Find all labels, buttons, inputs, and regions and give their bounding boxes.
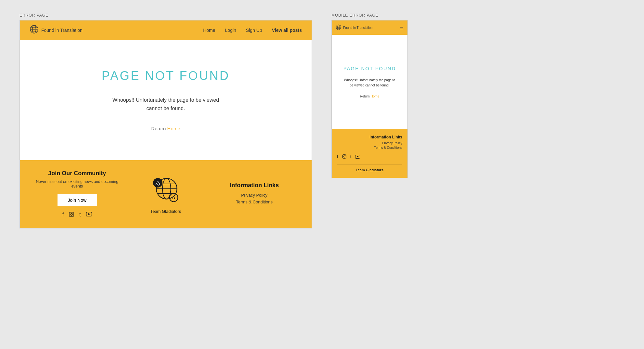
youtube-icon[interactable] bbox=[86, 212, 92, 218]
svg-text:A: A bbox=[172, 195, 175, 200]
facebook-icon[interactable]: f bbox=[62, 212, 64, 218]
information-links-title: Information Links bbox=[210, 182, 299, 189]
desktop-logo-area: Found in Translation bbox=[30, 25, 83, 36]
error-page-title: PAGE NOT FOUND bbox=[102, 69, 230, 83]
error-subtitle-text: Whoops!! Unfortunately the page to be vi… bbox=[107, 96, 224, 112]
svg-point-6 bbox=[71, 213, 72, 215]
return-home-text: Return Home bbox=[151, 126, 180, 131]
mobile-information-links-title: Information Links bbox=[337, 135, 402, 139]
desktop-browser-frame: Found in Translation Home Login Sign Up … bbox=[19, 20, 312, 228]
svg-point-25 bbox=[343, 156, 345, 157]
mobile-social-icons: f t bbox=[337, 154, 402, 160]
desktop-nav: Home Login Sign Up View all posts bbox=[203, 28, 302, 33]
mobile-error-subtitle: Whoops!! Unfortunately the page to be vi… bbox=[344, 78, 396, 88]
mobile-page-label: mobile error page bbox=[331, 13, 408, 18]
footer-information-links: Information Links Privacy Policy Terms &… bbox=[210, 182, 299, 206]
mobile-logo-area: Found in Translation bbox=[336, 24, 373, 31]
svg-rect-5 bbox=[69, 212, 74, 217]
mobile-return-text: Return Home bbox=[360, 95, 379, 98]
svg-point-7 bbox=[73, 213, 73, 213]
team-gladiators-label: Team Gladiators bbox=[150, 209, 181, 214]
mobile-facebook-icon[interactable]: f bbox=[337, 154, 338, 160]
mobile-error-title: PAGE NOT FOUND bbox=[343, 66, 396, 71]
hamburger-menu-icon[interactable]: ☰ bbox=[399, 25, 404, 30]
footer-community-section: Join Our Community Never miss out on exi… bbox=[33, 170, 122, 218]
instagram-icon[interactable] bbox=[69, 212, 74, 218]
svg-text:あ: あ bbox=[155, 180, 160, 186]
mobile-privacy-policy-link[interactable]: Privacy Policy bbox=[337, 141, 402, 145]
nav-view-all-posts[interactable]: View all posts bbox=[272, 28, 302, 33]
nav-home[interactable]: Home bbox=[203, 28, 215, 33]
mobile-return-home-link[interactable]: Home bbox=[371, 95, 380, 98]
mobile-main-content: PAGE NOT FOUND Whoops!! Unfortunately th… bbox=[332, 35, 407, 129]
community-subtitle: Never miss out on exiciting news and upc… bbox=[33, 179, 122, 188]
svg-point-26 bbox=[345, 155, 345, 156]
nav-login[interactable]: Login bbox=[225, 28, 236, 33]
mobile-logo-text: Found in Translation bbox=[343, 26, 373, 30]
desktop-main-content: PAGE NOT FOUND Whoops!! Unfortunately th… bbox=[20, 40, 312, 160]
privacy-policy-link[interactable]: Privacy Policy bbox=[210, 193, 299, 198]
mobile-team-gladiators-label: Team Gladiators bbox=[337, 164, 402, 172]
return-home-link[interactable]: Home bbox=[167, 126, 180, 131]
desktop-logo-text: Found in Translation bbox=[41, 28, 83, 33]
desktop-footer: Join Our Community Never miss out on exi… bbox=[20, 160, 312, 228]
mobile-footer: Information Links Privacy Policy Terms &… bbox=[332, 129, 407, 178]
translation-globe-icon: あ A bbox=[149, 174, 182, 207]
mobile-error-page: mobile error page Found in Translation bbox=[331, 13, 408, 178]
mobile-youtube-icon[interactable] bbox=[355, 154, 360, 160]
mobile-twitter-icon[interactable]: t bbox=[350, 154, 352, 160]
svg-marker-9 bbox=[88, 213, 90, 215]
twitter-icon[interactable]: t bbox=[79, 212, 81, 218]
desktop-social-icons: f t bbox=[33, 212, 122, 218]
desktop-header: Found in Translation Home Login Sign Up … bbox=[20, 20, 312, 40]
mobile-instagram-icon[interactable] bbox=[342, 154, 346, 160]
community-title: Join Our Community bbox=[33, 170, 122, 177]
mobile-browser-frame: Found in Translation ☰ PAGE NOT FOUND Wh… bbox=[331, 20, 408, 178]
mobile-globe-icon bbox=[336, 24, 341, 31]
mobile-header: Found in Translation ☰ bbox=[332, 20, 407, 35]
desktop-error-page: ERROR PAGE Found in Translation bbox=[19, 13, 312, 228]
svg-rect-24 bbox=[342, 155, 346, 158]
mobile-terms-conditions-link[interactable]: Terms & Conditions bbox=[337, 146, 402, 149]
join-now-button[interactable]: Join Now bbox=[58, 194, 97, 206]
terms-conditions-link[interactable]: Terms & Conditions bbox=[210, 200, 299, 204]
nav-signup[interactable]: Sign Up bbox=[246, 28, 262, 33]
footer-center-section: あ A Team Gladiators bbox=[122, 174, 210, 214]
globe-icon bbox=[30, 25, 39, 36]
desktop-page-label: ERROR PAGE bbox=[19, 13, 312, 18]
svg-marker-28 bbox=[357, 156, 359, 158]
